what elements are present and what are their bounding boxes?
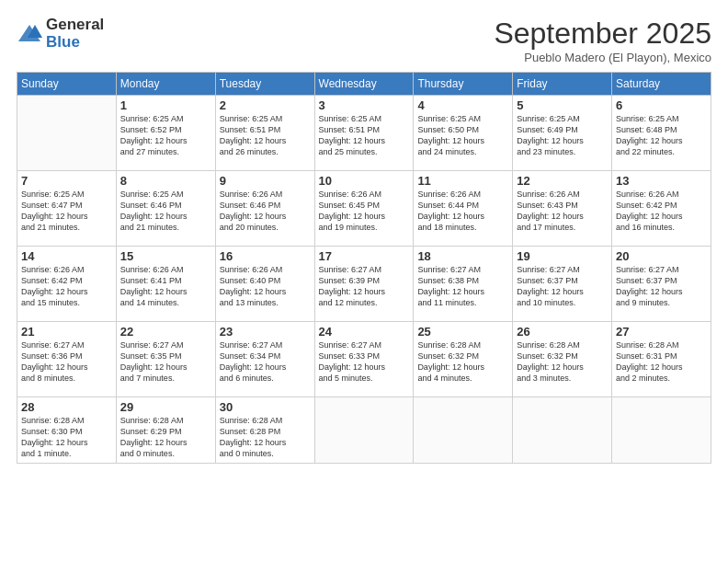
cell-info: Sunrise: 6:25 AM Sunset: 6:46 PM Dayligh… (120, 189, 211, 234)
day-number: 10 (319, 174, 410, 188)
table-row: 24Sunrise: 6:27 AM Sunset: 6:33 PM Dayli… (314, 322, 414, 397)
table-row: 12Sunrise: 6:26 AM Sunset: 6:43 PM Dayli… (513, 171, 612, 247)
table-row: 14Sunrise: 6:26 AM Sunset: 6:42 PM Dayli… (17, 247, 117, 322)
table-row: 28Sunrise: 6:28 AM Sunset: 6:30 PM Dayli… (17, 397, 117, 464)
cell-info: Sunrise: 6:28 AM Sunset: 6:28 PM Dayligh… (220, 415, 311, 460)
table-row: 6Sunrise: 6:25 AM Sunset: 6:48 PM Daylig… (612, 96, 711, 171)
day-number: 22 (120, 325, 211, 339)
cell-info: Sunrise: 6:28 AM Sunset: 6:32 PM Dayligh… (417, 339, 508, 385)
table-row: 27Sunrise: 6:28 AM Sunset: 6:31 PM Dayli… (612, 322, 711, 397)
table-row: 22Sunrise: 6:27 AM Sunset: 6:35 PM Dayli… (116, 322, 215, 397)
header-row: Sunday Monday Tuesday Wednesday Thursday… (17, 73, 711, 96)
table-row: 11Sunrise: 6:26 AM Sunset: 6:44 PM Dayli… (414, 171, 513, 247)
col-thursday: Thursday (414, 73, 513, 96)
table-row: 4Sunrise: 6:25 AM Sunset: 6:50 PM Daylig… (414, 96, 513, 171)
table-row (314, 397, 414, 464)
table-row (414, 397, 513, 464)
day-number: 15 (120, 249, 211, 263)
day-number: 1 (120, 98, 211, 112)
cell-info: Sunrise: 6:27 AM Sunset: 6:34 PM Dayligh… (220, 339, 311, 385)
table-row: 17Sunrise: 6:27 AM Sunset: 6:39 PM Dayli… (314, 247, 414, 322)
cell-info: Sunrise: 6:27 AM Sunset: 6:38 PM Dayligh… (417, 264, 508, 309)
logo-text: General Blue (46, 17, 104, 51)
cell-info: Sunrise: 6:25 AM Sunset: 6:51 PM Dayligh… (319, 113, 410, 158)
cell-info: Sunrise: 6:26 AM Sunset: 6:41 PM Dayligh… (120, 264, 211, 309)
table-row: 10Sunrise: 6:26 AM Sunset: 6:45 PM Dayli… (314, 171, 414, 247)
day-number: 24 (319, 325, 410, 339)
table-row: 21Sunrise: 6:27 AM Sunset: 6:36 PM Dayli… (17, 322, 117, 397)
day-number: 4 (417, 98, 508, 112)
col-friday: Friday (513, 73, 612, 96)
page: General Blue September 2025 Pueblo Mader… (0, 0, 728, 563)
day-number: 27 (616, 325, 707, 339)
day-number: 11 (417, 174, 508, 188)
table-row: 16Sunrise: 6:26 AM Sunset: 6:40 PM Dayli… (215, 247, 314, 322)
day-number: 28 (21, 400, 112, 414)
table-row: 20Sunrise: 6:27 AM Sunset: 6:37 PM Dayli… (612, 247, 711, 322)
table-row: 1Sunrise: 6:25 AM Sunset: 6:52 PM Daylig… (116, 96, 215, 171)
col-sunday: Sunday (17, 73, 117, 96)
table-row: 5Sunrise: 6:25 AM Sunset: 6:49 PM Daylig… (513, 96, 612, 171)
cell-info: Sunrise: 6:28 AM Sunset: 6:32 PM Dayligh… (517, 339, 608, 385)
table-row: 30Sunrise: 6:28 AM Sunset: 6:28 PM Dayli… (215, 397, 314, 464)
table-row: 29Sunrise: 6:28 AM Sunset: 6:29 PM Dayli… (116, 397, 215, 464)
day-number: 30 (220, 400, 311, 414)
day-number: 3 (319, 98, 410, 112)
day-number: 5 (517, 98, 608, 112)
col-saturday: Saturday (612, 73, 711, 96)
table-row: 18Sunrise: 6:27 AM Sunset: 6:38 PM Dayli… (414, 247, 513, 322)
table-row: 25Sunrise: 6:28 AM Sunset: 6:32 PM Dayli… (414, 322, 513, 397)
cell-info: Sunrise: 6:27 AM Sunset: 6:33 PM Dayligh… (319, 339, 410, 385)
day-number: 13 (616, 174, 707, 188)
location: Pueblo Madero (El Playon), Mexico (494, 51, 711, 64)
cell-info: Sunrise: 6:25 AM Sunset: 6:51 PM Dayligh… (220, 113, 311, 158)
month-title: September 2025 (494, 17, 711, 51)
day-number: 14 (21, 249, 112, 263)
logo-icon (17, 21, 42, 47)
cell-info: Sunrise: 6:26 AM Sunset: 6:42 PM Dayligh… (616, 189, 707, 234)
title-block: September 2025 Pueblo Madero (El Playon)… (494, 17, 711, 64)
cell-info: Sunrise: 6:25 AM Sunset: 6:47 PM Dayligh… (21, 189, 112, 234)
day-number: 20 (616, 249, 707, 263)
day-number: 6 (616, 98, 707, 112)
cell-info: Sunrise: 6:28 AM Sunset: 6:29 PM Dayligh… (120, 415, 211, 460)
table-row: 9Sunrise: 6:26 AM Sunset: 6:46 PM Daylig… (215, 171, 314, 247)
day-number: 2 (220, 98, 311, 112)
table-row (17, 96, 117, 171)
calendar-table: Sunday Monday Tuesday Wednesday Thursday… (17, 72, 711, 464)
table-row: 7Sunrise: 6:25 AM Sunset: 6:47 PM Daylig… (17, 171, 117, 247)
day-number: 19 (517, 249, 608, 263)
cell-info: Sunrise: 6:27 AM Sunset: 6:36 PM Dayligh… (21, 339, 112, 385)
logo-blue: Blue (46, 34, 104, 52)
table-row (513, 397, 612, 464)
col-wednesday: Wednesday (314, 73, 414, 96)
table-row: 15Sunrise: 6:26 AM Sunset: 6:41 PM Dayli… (116, 247, 215, 322)
table-row (612, 397, 711, 464)
day-number: 26 (517, 325, 608, 339)
logo-general: General (46, 17, 104, 34)
cell-info: Sunrise: 6:26 AM Sunset: 6:40 PM Dayligh… (220, 264, 311, 309)
cell-info: Sunrise: 6:27 AM Sunset: 6:37 PM Dayligh… (517, 264, 608, 309)
day-number: 8 (120, 174, 211, 188)
cell-info: Sunrise: 6:27 AM Sunset: 6:39 PM Dayligh… (319, 264, 410, 309)
day-number: 16 (220, 249, 311, 263)
day-number: 12 (517, 174, 608, 188)
cell-info: Sunrise: 6:25 AM Sunset: 6:52 PM Dayligh… (120, 113, 211, 158)
cell-info: Sunrise: 6:26 AM Sunset: 6:46 PM Dayligh… (220, 189, 311, 234)
day-number: 21 (21, 325, 112, 339)
cell-info: Sunrise: 6:25 AM Sunset: 6:48 PM Dayligh… (616, 113, 707, 158)
table-row: 8Sunrise: 6:25 AM Sunset: 6:46 PM Daylig… (116, 171, 215, 247)
cell-info: Sunrise: 6:25 AM Sunset: 6:49 PM Dayligh… (517, 113, 608, 158)
day-number: 9 (220, 174, 311, 188)
col-tuesday: Tuesday (215, 73, 314, 96)
cell-info: Sunrise: 6:26 AM Sunset: 6:42 PM Dayligh… (21, 264, 112, 309)
table-row: 3Sunrise: 6:25 AM Sunset: 6:51 PM Daylig… (314, 96, 414, 171)
cell-info: Sunrise: 6:26 AM Sunset: 6:43 PM Dayligh… (517, 189, 608, 234)
day-number: 25 (417, 325, 508, 339)
day-number: 29 (120, 400, 211, 414)
day-number: 17 (319, 249, 410, 263)
day-number: 7 (21, 174, 112, 188)
cell-info: Sunrise: 6:27 AM Sunset: 6:37 PM Dayligh… (616, 264, 707, 309)
header: General Blue September 2025 Pueblo Mader… (17, 17, 711, 64)
cell-info: Sunrise: 6:28 AM Sunset: 6:30 PM Dayligh… (21, 415, 112, 460)
